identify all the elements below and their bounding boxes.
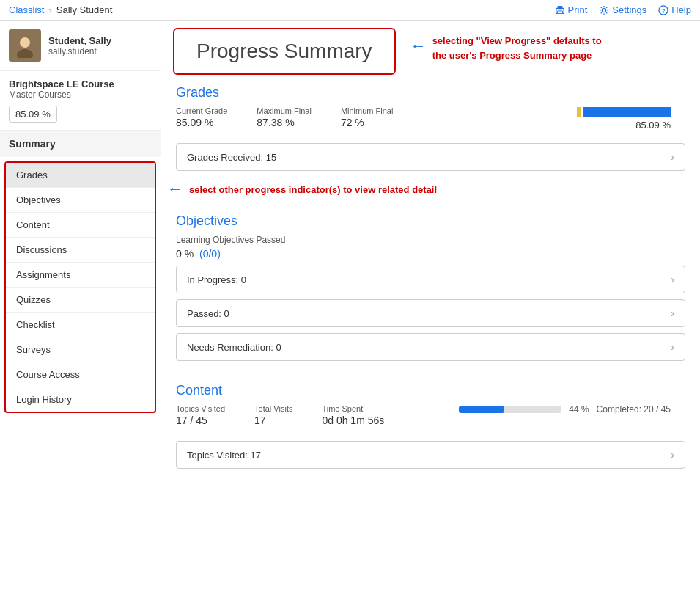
passed-row[interactable]: Passed: 0 ›: [176, 299, 685, 327]
breadcrumb-separator: ›: [48, 4, 51, 15]
avatar: [9, 29, 41, 62]
print-button[interactable]: Print: [555, 4, 588, 15]
student-name: Student, Sally: [48, 35, 111, 46]
top-navigation: Classlist › Sally Student Print Settings…: [0, 0, 700, 21]
select-annotation-row: ← select other progress indicator(s) to …: [161, 177, 700, 206]
objectives-value: 0 % (0/0): [176, 248, 685, 260]
svg-point-3: [603, 8, 606, 12]
main-layout: Student, Sally sally.student Brightspace…: [0, 21, 700, 600]
sidebar-item-content[interactable]: Content: [6, 213, 155, 238]
max-final-label: Maximum Final: [257, 106, 312, 115]
course-sub: Master Courses: [9, 89, 152, 100]
current-grade-stat: Current Grade 85.09 %: [176, 106, 227, 128]
grade-bar-container: 85.09 %: [577, 106, 671, 131]
content-completed-label: Completed: 20 / 45: [597, 404, 671, 414]
settings-button[interactable]: Settings: [599, 4, 646, 15]
needs-rem-row[interactable]: Needs Remediation: 0 ›: [176, 333, 685, 361]
topics-visited-row-label: Topics Visited: 17: [187, 450, 261, 461]
obj-percent: 0 %: [176, 248, 194, 260]
current-grade-value: 85.09 %: [176, 117, 227, 128]
sidebar-item-discussions[interactable]: Discussions: [6, 238, 155, 263]
sidebar-item-checklist[interactable]: Checklist: [6, 313, 155, 337]
student-username: sally.student: [48, 46, 111, 56]
breadcrumb-classlist[interactable]: Classlist: [9, 4, 44, 15]
sidebar-menu: Grades Objectives Content Discussions As…: [4, 161, 156, 413]
needs-rem-chevron: ›: [671, 341, 674, 353]
annotation-text: selecting "View Progress" defaults tothe…: [432, 34, 602, 62]
in-progress-row[interactable]: In Progress: 0 ›: [176, 266, 685, 293]
breadcrumb: Classlist › Sally Student: [9, 4, 112, 15]
topics-visited-label: Topics Visited: [176, 404, 225, 413]
objectives-section: Objectives Learning Objectives Passed 0 …: [161, 206, 700, 361]
breadcrumb-current: Sally Student: [56, 4, 113, 15]
objectives-subtitle: Learning Objectives Passed: [176, 235, 685, 245]
grades-received-chevron: ›: [671, 151, 674, 163]
current-grade-label: Current Grade: [176, 106, 227, 115]
min-final-label: Minimum Final: [341, 106, 394, 115]
topics-visited-chevron: ›: [671, 449, 674, 461]
grades-received-row[interactable]: Grades Received: 15 ›: [176, 143, 685, 171]
passed-chevron: ›: [671, 307, 674, 319]
topics-visited-stat: Topics Visited 17 / 45: [176, 404, 225, 426]
course-name: Brightspace LE Course: [9, 78, 152, 89]
grade-badge: 85.09 %: [9, 106, 57, 123]
max-final-value: 87.38 %: [257, 117, 312, 128]
student-info: Student, Sally sally.student: [48, 35, 111, 56]
header-annotation: ← selecting "View Progress" defaults tot…: [410, 34, 602, 62]
topics-visited-value: 17 / 45: [176, 414, 225, 426]
time-spent-value: 0d 0h 1m 56s: [322, 414, 384, 426]
select-arrow-icon: ←: [167, 180, 183, 199]
content-bar-fill: [459, 406, 504, 413]
in-progress-label: In Progress: 0: [187, 274, 246, 285]
progress-title-box: Progress Summary: [173, 28, 396, 75]
max-final-stat: Maximum Final 87.38 %: [257, 106, 312, 128]
content-bar-row: 44 % Completed: 20 / 45: [459, 404, 671, 414]
grades-section: Grades Current Grade 85.09 % Maximum Fin…: [161, 78, 700, 171]
grade-bar: [577, 106, 671, 118]
content-stats: Topics Visited 17 / 45 Total Visits 17 T…: [176, 404, 384, 426]
progress-title: Progress Summary: [196, 40, 372, 63]
svg-point-7: [20, 37, 30, 48]
content-area: Progress Summary ← selecting "View Progr…: [161, 21, 700, 600]
svg-rect-2: [557, 10, 562, 13]
sidebar-item-quizzes[interactable]: Quizzes: [6, 288, 155, 313]
content-bar-percent: 44 %: [569, 404, 589, 414]
min-final-stat: Minimum Final 72 %: [341, 106, 394, 128]
in-progress-chevron: ›: [671, 274, 674, 285]
content-bar-bg: [459, 406, 561, 413]
time-spent-label: Time Spent: [322, 404, 384, 413]
svg-rect-1: [557, 5, 562, 8]
course-info: Brightspace LE Course Master Courses 85.…: [0, 71, 161, 131]
needs-rem-label: Needs Remediation: 0: [187, 342, 281, 353]
progress-header-row: Progress Summary ← selecting "View Progr…: [161, 21, 700, 78]
time-spent-stat: Time Spent 0d 0h 1m 56s: [322, 404, 384, 426]
grade-bar-label: 85.09 %: [635, 120, 671, 131]
sidebar-item-assignments[interactable]: Assignments: [6, 263, 155, 288]
svg-text:?: ?: [662, 7, 666, 14]
min-final-value: 72 %: [341, 117, 394, 128]
arrow-left-icon: ←: [410, 37, 427, 56]
sidebar-item-course-access[interactable]: Course Access: [6, 362, 155, 387]
total-visits-value: 17: [254, 414, 292, 426]
nav-actions: Print Settings ? Help: [555, 4, 691, 15]
select-annotation-text: select other progress indicator(s) to vi…: [189, 184, 437, 195]
sidebar-item-login-history[interactable]: Login History: [6, 387, 155, 412]
sidebar: Student, Sally sally.student Brightspace…: [0, 21, 161, 600]
passed-label: Passed: 0: [187, 308, 229, 319]
sidebar-item-surveys[interactable]: Surveys: [6, 337, 155, 362]
grades-section-title: Grades: [176, 85, 685, 100]
grades-stats: Current Grade 85.09 % Maximum Final 87.3…: [176, 106, 393, 128]
objectives-section-title: Objectives: [176, 213, 685, 229]
topics-visited-row[interactable]: Topics Visited: 17 ›: [176, 441, 685, 469]
obj-secondary: (0/0): [199, 248, 221, 260]
content-section-title: Content: [176, 383, 685, 398]
sidebar-item-objectives[interactable]: Objectives: [6, 188, 155, 213]
student-card: Student, Sally sally.student: [0, 21, 161, 71]
content-section: Content Topics Visited 17 / 45 Total Vis…: [161, 376, 700, 469]
sidebar-item-grades[interactable]: Grades: [6, 163, 155, 188]
grades-received-label: Grades Received: 15: [187, 152, 276, 163]
total-visits-label: Total Visits: [254, 404, 292, 413]
total-visits-stat: Total Visits 17: [254, 404, 292, 426]
help-button[interactable]: ? Help: [658, 4, 691, 15]
sidebar-section-label: Summary: [0, 131, 161, 157]
